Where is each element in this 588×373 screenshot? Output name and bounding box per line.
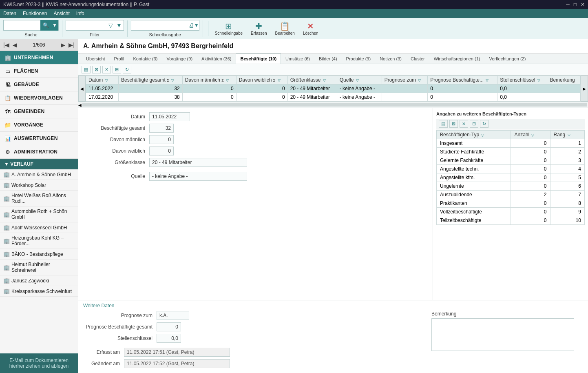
tab-produkte[interactable]: Produkte (9) [342,53,376,64]
tab-kontakte[interactable]: Kontakte (3) [129,53,162,64]
stellenschluessel-input[interactable] [157,334,181,343]
bemerkung-textarea[interactable] [431,318,574,351]
th-stellen[interactable]: Stellenschlüssel ▽ [497,76,547,84]
search-button[interactable]: 🔍 [40,20,51,31]
th-datum[interactable]: Datum ▽ [86,76,119,84]
tbl-btn-4[interactable]: ⊞ [113,66,121,73]
tab-cluster[interactable]: Cluster [406,53,429,64]
besch-th-anzahl[interactable]: Anzahl ▽ [511,131,550,139]
maximize-button[interactable]: □ [574,2,577,7]
sidebar-item-gebaeude[interactable]: 🏗 GEBÄUDE [0,78,78,91]
th-bemerkung[interactable]: Bemerkung [547,76,581,84]
scroll-left[interactable]: ◀ [78,75,86,102]
menu-ansicht[interactable]: Ansicht [53,11,69,16]
verlauf-item-7[interactable]: 🏢 Helmut Buhlheller Schreinerei [0,260,78,275]
th-maennlich[interactable]: Davon männlich Σ ▽ [182,76,236,84]
verlauf-item-2[interactable]: 🏢 Hotel Weißes Roß Alfons Rudl... [0,191,78,206]
tbl-btn-3[interactable]: ✕ [102,66,111,73]
sidebar-item-vorgaenge[interactable]: 📁 VORGÄNGE [0,118,78,132]
verlauf-item-1[interactable]: 🏢 Workshop Solar [0,180,78,191]
sidebar-item-unternehmen[interactable]: 🏢 UNTERNEHMEN [0,51,78,64]
besch-th-typ[interactable]: Beschäftigten-Typ ▽ [437,131,511,139]
close-button[interactable]: ✕ [581,2,585,7]
tbl-btn-1[interactable]: ▤ [82,66,91,73]
loeschen-button[interactable]: ✕ Löschen [300,20,322,36]
tab-umsaetze[interactable]: Umsätze (6) [281,53,314,64]
minimize-button[interactable]: ─ [566,2,570,7]
search-input[interactable] [4,22,40,28]
tab-profil[interactable]: Profil [109,53,128,64]
th-prognose-b[interactable]: Prognose Beschäftigte... ▽ [428,76,497,84]
sidebar-item-flaechen[interactable]: ▭ FLÄCHEN [0,64,78,78]
th-weiblich[interactable]: Davon weiblich Σ ▽ [236,76,287,84]
th-prognose[interactable]: Prognose zum ▽ [382,76,428,84]
tab-bilder[interactable]: Bilder (4) [314,53,342,64]
besch-typen-row[interactable]: Auszubildende27 [437,191,585,199]
sidebar-item-auswertungen[interactable]: 📊 AUSWERTUNGEN [0,132,78,145]
menu-funktionen[interactable]: Funktionen [23,11,47,16]
besch-tbl-btn-1[interactable]: ▤ [439,120,448,128]
sidebar-item-administration[interactable]: ⚙ ADMINISTRATION [0,145,78,159]
verlauf-item-5[interactable]: 🏢 Heizungsbau Kohl KG – Förder... [0,233,78,249]
besch-typen-row[interactable]: Praktikanten08 [437,199,585,208]
verlauf-item-0[interactable]: 🏢 A. Amrhein & Söhne GmbH [0,169,78,180]
prognose-zum-input[interactable] [157,311,189,320]
besch-typen-row[interactable]: Ungelernte06 [437,182,585,191]
prognose-beschaeftigte-input[interactable] [157,322,181,331]
verlauf-item-8[interactable]: 🏢 Janusz Zagwocki [0,275,78,286]
besch-typen-row[interactable]: Vollzeitbeschäftigte09 [437,208,585,216]
besch-typen-row[interactable]: Angestellte techn.04 [437,165,585,173]
nav-last[interactable]: ▶| [67,41,76,49]
verlauf-item-9[interactable]: 🏢 Kreissparkasse Schweinfurt [0,286,78,297]
nav-first[interactable]: |◀ [2,41,11,49]
table-row[interactable]: 11.05.2022320020 - 49 Mitarbeiter- keine… [86,84,581,93]
schnelleingabe-button[interactable]: ⊞ Schnelleingabe [212,20,246,36]
besch-tbl-btn-2[interactable]: ⊠ [449,120,458,128]
besch-typen-row[interactable]: Gelernte Fachkräfte03 [437,156,585,165]
menu-info[interactable]: Info [76,11,84,16]
tbl-btn-2[interactable]: ⊠ [92,66,101,73]
maennlich-input[interactable] [149,135,174,144]
tab-notizen[interactable]: Notizen (3) [375,53,406,64]
groesse-input[interactable] [149,158,247,167]
besch-tbl-btn-4[interactable]: ⊞ [470,120,478,128]
besch-typen-row[interactable]: Teilzeitbeschäftigte010 [437,216,585,225]
sidebar-item-gemeinden[interactable]: 🗺 GEMEINDEN [0,105,78,118]
datum-input[interactable] [149,112,190,121]
schnell-print[interactable]: 🖨 [188,22,194,29]
weitere-daten-link[interactable]: Weitere Daten [83,303,114,309]
filter-input[interactable] [66,22,107,28]
besch-typen-row[interactable]: Angestellte kfm.05 [437,173,585,182]
table-row[interactable]: 17.02.2020380020 - 49 Mitarbeiter- keine… [86,93,581,102]
besch-tbl-btn-3[interactable]: ✕ [460,120,468,128]
weiblich-input[interactable] [149,147,174,155]
search-dropdown[interactable]: ▼ [51,20,58,31]
tab-verflechtungen[interactable]: Verflechtungen (2) [485,53,531,64]
tbl-btn-5[interactable]: ↻ [123,66,131,73]
erfassen-button[interactable]: ✚ Erfassen [248,20,270,36]
schnell-input[interactable] [131,22,188,28]
menu-daten[interactable]: Daten [3,11,16,16]
besch-typen-row[interactable]: Studierte Fachkräfte02 [437,148,585,156]
scroll-right[interactable]: ▶ [581,75,588,102]
th-groesse[interactable]: Größenklasse ▽ [287,76,337,84]
hscroll-left[interactable]: ◀ [78,103,82,107]
tab-uebersicht[interactable]: Übersicht [82,53,109,64]
verlauf-header[interactable]: ▼ VERLAUF [0,159,78,169]
nav-next[interactable]: ▶ [59,41,67,49]
th-quelle[interactable]: Quelle ▽ [337,76,382,84]
bearbeiten-button[interactable]: 📋 Bearbeiten [272,20,298,36]
schnell-dropdown[interactable]: ▼ [194,22,199,28]
filter-button[interactable]: ▽ [107,22,115,29]
gesamt-input[interactable] [149,124,174,133]
th-gesamt[interactable]: Beschäftigte gesamt Σ ▽ [119,76,183,84]
quelle-input[interactable] [149,172,247,181]
verlauf-item-3[interactable]: 🏢 Automobile Roth + Schön GmbH [0,206,78,222]
tab-vorgaenge[interactable]: Vorgänge (9) [162,53,197,64]
horiz-scroll-bar[interactable]: ◀ [78,102,588,108]
verlauf-item-6[interactable]: 🏢 BÄKO - Bestandspflege [0,249,78,260]
sidebar-item-wiedervorlagen[interactable]: 📋 WIEDERVORLAGEN [0,91,78,105]
besch-typen-row[interactable]: Insgesamt01 [437,139,585,148]
tab-wirtschaftsregionen[interactable]: Wirtschaftsregionen (1) [429,53,485,64]
tab-beschaeftigte[interactable]: Beschäftigte (10) [236,53,281,64]
